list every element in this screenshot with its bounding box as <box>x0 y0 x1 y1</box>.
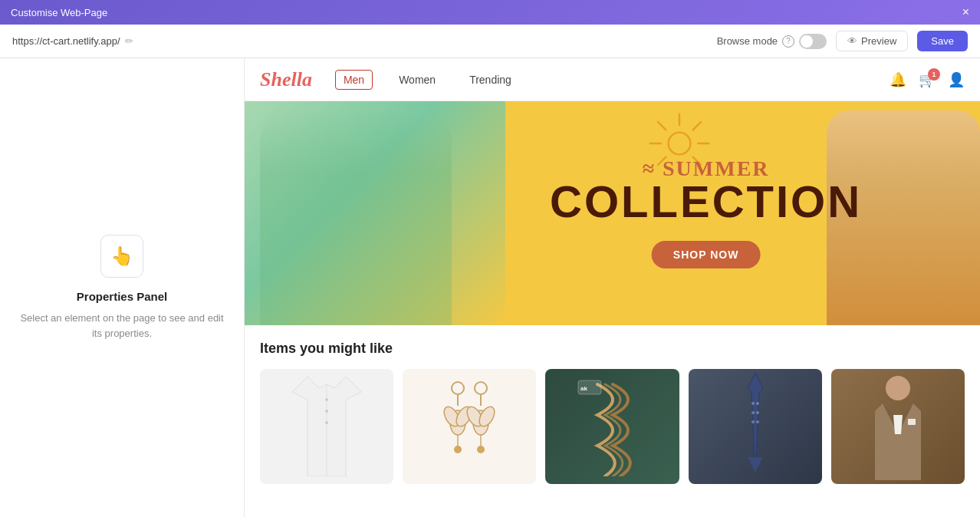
product-earrings[interactable] <box>403 369 536 484</box>
svg-point-12 <box>325 410 328 413</box>
svg-line-7 <box>693 122 701 130</box>
main-layout: 👆 Properties Panel Select an element on … <box>0 58 980 517</box>
svg-point-35 <box>756 411 759 414</box>
hero-banner[interactable]: ≈ SUMMER COLLECTION SHOP NOW <box>245 101 980 325</box>
product-rope[interactable]: ak <box>545 369 679 484</box>
preview-label: Preview <box>861 35 896 47</box>
collection-text: COLLECTION <box>550 179 862 224</box>
products-grid: ak <box>260 369 965 484</box>
svg-point-25 <box>477 446 485 453</box>
nav-item-women[interactable]: Women <box>391 71 443 89</box>
click-icon: 👆 <box>110 245 133 267</box>
svg-point-0 <box>669 133 691 155</box>
url-display: https://ct-cart.netlify.app/ ✏ <box>12 35 133 47</box>
panel-icon-box: 👆 <box>100 235 143 278</box>
svg-point-24 <box>454 446 462 453</box>
svg-point-11 <box>325 398 328 401</box>
tie-icon <box>736 373 774 480</box>
url-text: https://ct-cart.netlify.app/ <box>12 35 120 47</box>
browse-mode-info-icon: ? <box>782 35 794 48</box>
store-logo[interactable]: Shella <box>260 68 312 91</box>
notification-button[interactable]: 🔔 <box>890 71 906 88</box>
svg-point-14 <box>452 382 464 394</box>
earrings-icon <box>442 377 496 476</box>
shirt-icon <box>292 377 361 476</box>
cart-button[interactable]: 🛒 1 <box>919 71 936 88</box>
browse-mode-label: Browse mode <box>717 35 778 47</box>
page-preview: Shella Men Women Trending 🔔 🛒 1 👤 <box>245 58 980 517</box>
nav-icons: 🔔 🛒 1 👤 <box>890 71 965 88</box>
svg-rect-39 <box>908 419 916 425</box>
left-model-silhouette <box>260 110 452 325</box>
svg-point-13 <box>325 421 328 424</box>
toggle-knob <box>801 35 813 48</box>
svg-marker-31 <box>748 457 763 473</box>
close-button[interactable]: × <box>962 6 969 18</box>
browse-mode-toggle[interactable] <box>799 34 827 49</box>
user-button[interactable]: 👤 <box>948 71 965 88</box>
store-nav: Shella Men Women Trending 🔔 🛒 1 👤 <box>245 58 980 101</box>
svg-line-5 <box>658 122 666 130</box>
save-button[interactable]: Save <box>917 31 968 51</box>
left-model-area <box>245 101 505 325</box>
suit-icon <box>860 373 936 480</box>
svg-point-15 <box>475 382 487 394</box>
nav-item-trending[interactable]: Trending <box>462 71 519 89</box>
svg-text:ak: ak <box>580 385 587 392</box>
panel-description: Select an element on the page to see and… <box>15 311 229 341</box>
nav-items: Men Women Trending <box>335 70 890 90</box>
app-title: Customise Web-Page <box>11 7 107 18</box>
browse-mode-control: Browse mode ? <box>717 34 827 49</box>
edit-url-icon[interactable]: ✏ <box>125 35 133 47</box>
preview-button[interactable]: 👁 Preview <box>836 31 908 51</box>
svg-point-36 <box>751 420 755 423</box>
hero-text-content: ≈ SUMMER COLLECTION SHOP NOW <box>550 158 862 268</box>
eye-icon: 👁 <box>847 35 857 47</box>
product-shirt[interactable] <box>260 369 393 484</box>
panel-title: Properties Panel <box>77 290 167 303</box>
product-tie[interactable] <box>689 369 822 484</box>
toolbar: https://ct-cart.netlify.app/ ✏ Browse mo… <box>0 25 980 58</box>
svg-point-34 <box>751 411 755 414</box>
svg-point-33 <box>756 402 759 405</box>
items-section: Items you might like <box>245 325 980 499</box>
cart-badge: 1 <box>928 68 940 81</box>
svg-point-37 <box>756 420 759 423</box>
rope-icon: ak <box>574 377 651 476</box>
svg-point-38 <box>886 376 910 400</box>
properties-panel: 👆 Properties Panel Select an element on … <box>0 58 245 517</box>
nav-item-men[interactable]: Men <box>335 70 373 90</box>
svg-point-32 <box>751 402 755 405</box>
title-bar: Customise Web-Page × <box>0 0 980 25</box>
shop-now-button[interactable]: SHOP NOW <box>652 241 761 268</box>
items-section-title: Items you might like <box>260 341 965 357</box>
product-suit[interactable] <box>831 369 965 484</box>
